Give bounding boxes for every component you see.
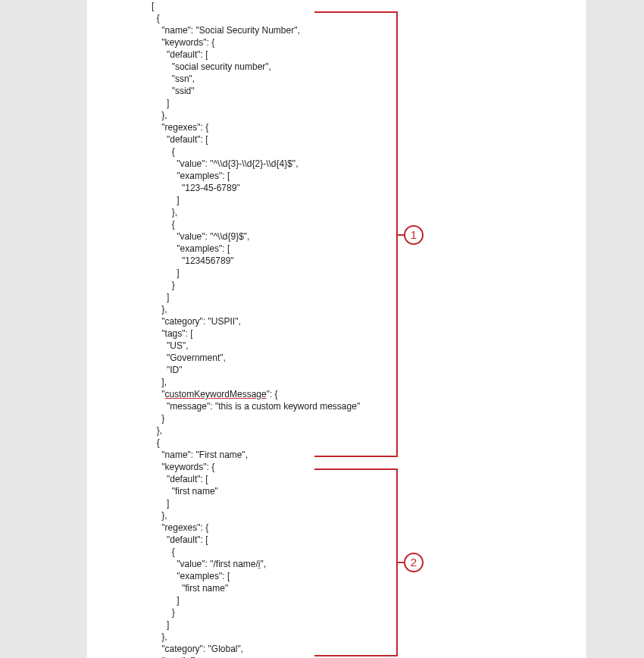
- callout-bracket-1: [314, 11, 398, 457]
- callout-badge-2: 2: [404, 553, 424, 572]
- callout-badge-1: 1: [404, 225, 424, 245]
- page: [ { "name": "Social Security Number", "k…: [0, 0, 644, 658]
- callout-bracket-2: [314, 468, 398, 656]
- document-page: [ { "name": "Social Security Number", "k…: [87, 0, 587, 658]
